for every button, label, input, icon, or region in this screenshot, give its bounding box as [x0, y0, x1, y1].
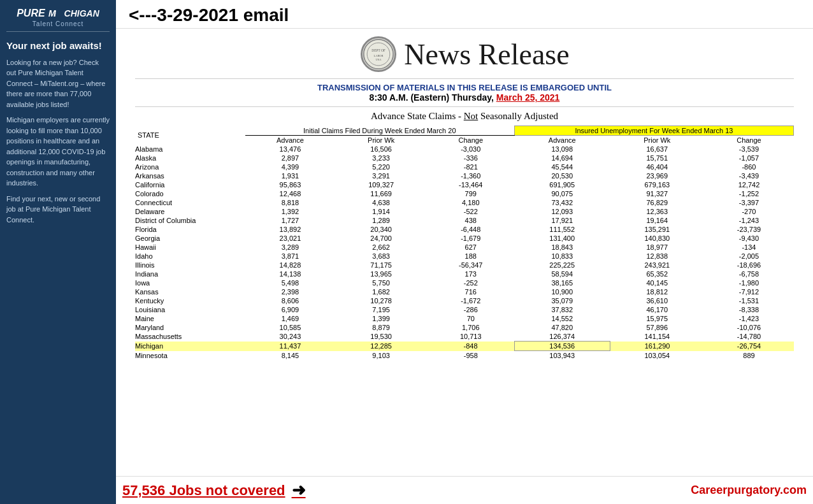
cell-state: Arizona — [135, 162, 245, 171]
cell-value: 889 — [704, 351, 793, 361]
table-row: Alaska2,8973,233-33614,69415,751-1,057 — [135, 154, 794, 162]
cell-state: Indiana — [135, 270, 245, 278]
th-initial-claims: Initial Claims Filed During Week Ended M… — [245, 126, 515, 136]
cell-value: 18,843 — [514, 243, 610, 252]
cell-value: 19,530 — [335, 332, 427, 342]
cell-state: Kansas — [135, 287, 245, 296]
th-ins-change: Change — [704, 136, 793, 145]
cell-value: 161,290 — [610, 342, 704, 351]
th-ins-prior: Prior Wk — [610, 136, 704, 145]
cell-value: 10,585 — [245, 323, 335, 332]
th-state: STATE — [135, 126, 245, 145]
cell-value: 7,195 — [335, 305, 427, 314]
logo-pure-text: PURE — [17, 8, 45, 19]
cell-value: 225,225 — [514, 261, 610, 270]
cell-value: 188 — [427, 252, 514, 261]
cell-value: 140,830 — [610, 234, 704, 243]
cell-value: -821 — [427, 162, 514, 171]
cell-value: -23,739 — [704, 225, 793, 234]
th-ic-prior: Prior Wk — [335, 136, 427, 145]
cell-value: 2,398 — [245, 287, 335, 296]
cell-value: 15,975 — [610, 314, 704, 323]
cell-value: 5,750 — [335, 278, 427, 287]
sidebar-body2: Michigan employers are currently looking… — [6, 115, 110, 189]
cell-value: 10,713 — [427, 332, 514, 342]
table-row: Kentucky8,60610,278-1,67235,07936,610-1,… — [135, 296, 794, 305]
sidebar-body1: Looking for a new job? Check out Pure Mi… — [6, 57, 110, 110]
table-row: Arkansas1,9313,291-1,36020,53023,969-3,4… — [135, 171, 794, 180]
cell-value: 6,909 — [245, 305, 335, 314]
cell-value: 90,075 — [514, 189, 610, 198]
table-header-group1: STATE Initial Claims Filed During Week E… — [135, 126, 794, 136]
cell-value: 17,921 — [514, 216, 610, 225]
cell-value: -3,539 — [704, 145, 793, 154]
cell-value: 13,476 — [245, 145, 335, 154]
cell-value: -3,030 — [427, 145, 514, 154]
cell-value: 141,154 — [610, 332, 704, 342]
cell-value: 14,138 — [245, 270, 335, 278]
cell-value: 12,838 — [610, 252, 704, 261]
cell-value: -286 — [427, 305, 514, 314]
career-purgatory: Careerpurgatory.com — [691, 484, 807, 497]
cell-value: 91,327 — [610, 189, 704, 198]
cell-state: Idaho — [135, 252, 245, 261]
cell-value: 10,278 — [335, 296, 427, 305]
cell-value: 8,818 — [245, 198, 335, 207]
news-content: DEPT OF LABOR USA News Release TRANSMISS… — [116, 29, 813, 476]
cell-value: 36,610 — [610, 296, 704, 305]
cell-value: 58,594 — [514, 270, 610, 278]
svg-text:DEPT OF: DEPT OF — [372, 48, 385, 52]
cell-value: 126,374 — [514, 332, 610, 342]
cell-value: 4,180 — [427, 198, 514, 207]
table-row: Delaware1,3921,914-52212,09312,363-270 — [135, 207, 794, 216]
news-release-header: DEPT OF LABOR USA News Release — [135, 35, 794, 73]
th-ic-advance: Advance — [245, 136, 335, 145]
cell-value: 10,900 — [514, 287, 610, 296]
cell-state: Iowa — [135, 278, 245, 287]
claims-title-post: Seasonally Adjusted — [480, 111, 558, 121]
table-row: Iowa5,4985,750-25238,16540,145-1,980 — [135, 278, 794, 287]
cell-value: -9,430 — [704, 234, 793, 243]
arrow-icon: ➜ — [292, 480, 306, 500]
cell-value: 103,943 — [514, 351, 610, 361]
sidebar: PURE M i CHIGAN Talent Connect Your next… — [0, 0, 116, 504]
cell-value: 1,289 — [335, 216, 427, 225]
embargo-time-text: 8:30 A.M. (Eastern) Thursday, — [370, 92, 494, 103]
cell-value: 73,432 — [514, 198, 610, 207]
cell-value: 4,638 — [335, 198, 427, 207]
cell-value: 47,820 — [514, 323, 610, 332]
cell-value: 109,327 — [335, 180, 427, 189]
cell-state: Georgia — [135, 234, 245, 243]
table-row: Georgia23,02124,700-1,679131,400140,830-… — [135, 234, 794, 243]
cell-value: -18,696 — [704, 261, 793, 270]
seal-svg: DEPT OF LABOR USA — [363, 36, 394, 72]
cell-value: 30,243 — [245, 332, 335, 342]
cell-value: 1,727 — [245, 216, 335, 225]
logo-michigan-text: CHIGAN — [64, 8, 99, 18]
cell-state: Alabama — [135, 145, 245, 154]
cell-value: 13,892 — [245, 225, 335, 234]
embargo-date: March 25, 2021 — [496, 92, 560, 103]
cell-state: Delaware — [135, 207, 245, 216]
cell-state: Michigan — [135, 342, 245, 351]
cell-value: 1,469 — [245, 314, 335, 323]
cell-value: -3,439 — [704, 171, 793, 180]
cell-state: Maryland — [135, 323, 245, 332]
cell-value: 3,289 — [245, 243, 335, 252]
cell-value: 46,404 — [610, 162, 704, 171]
table-row: California95,863109,327-13,464691,905679… — [135, 180, 794, 189]
cell-value: 1,931 — [245, 171, 335, 180]
svg-text:LABOR: LABOR — [374, 54, 384, 57]
th-ins-advance: Advance — [514, 136, 610, 145]
cell-value: -3,397 — [704, 198, 793, 207]
jobs-not-covered: 57,536 Jobs not covered ➜ — [122, 480, 306, 500]
cell-value: -134 — [704, 243, 793, 252]
cell-value: -1,360 — [427, 171, 514, 180]
table-row: Minnesota8,1459,103-958103,943103,054889 — [135, 351, 794, 361]
cell-value: -10,076 — [704, 323, 793, 332]
jobs-not-covered-text: 57,536 Jobs not covered — [122, 482, 285, 499]
table-row: Florida13,89220,340-6,448111,552135,291-… — [135, 225, 794, 234]
cell-value: 1,914 — [335, 207, 427, 216]
cell-value: -26,754 — [704, 342, 793, 351]
cell-value: 12,742 — [704, 180, 793, 189]
